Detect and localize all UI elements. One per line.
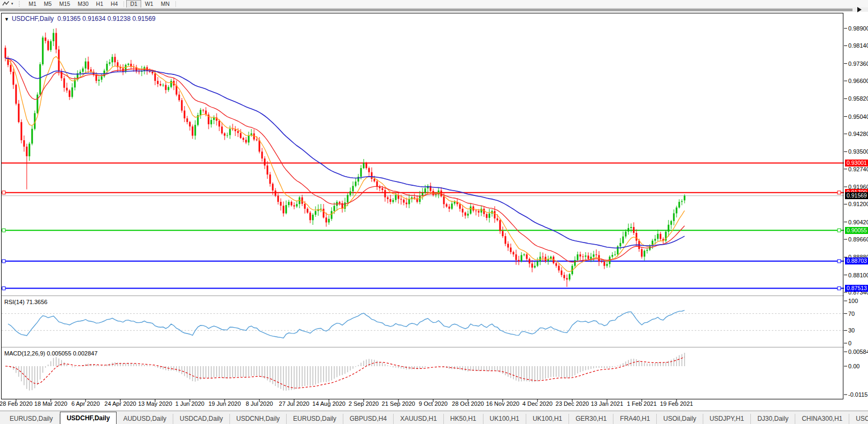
date-axis-label: 21 Sep 2020 [379,400,418,407]
price-axis-tick: 0.90420 [848,219,868,225]
date-axis-label: 13 Jan 2021 [588,400,626,407]
symbol-tab-china300-h1[interactable]: CHINA300,H1 [795,414,849,424]
price-axis-tick: 0.97360 [848,60,868,67]
rsi-indicator-label: RSI(14) 71.3656 [4,299,48,305]
price-axis-tick: 0.94280 [848,131,868,137]
tool-dropdown-arrow-icon[interactable]: ▾ [11,2,13,6]
price-axis-tick: 0.95040 [848,113,868,120]
date-axis-label: 28 Feb 2020 [0,400,35,407]
symbol-tab-gbpusd-h4[interactable]: GBPUSD,H4 [343,414,394,424]
chart-title: ▼USDCHF,Daily 0.91365 0.91634 0.91238 0.… [4,15,156,22]
symbol-tab-ger30-h1[interactable]: GER30,H1 [569,414,613,424]
timeframe-button-m1[interactable]: M1 [25,0,41,8]
mt4-terminal: { "toolbar": { "tool_icon": "cursor-draw… [0,0,868,424]
rsi-axis-tick: 0 [848,340,851,346]
symbol-tab-eurusd-daily[interactable]: EURUSD,Daily [287,414,343,424]
rsi-axis-tick: 70 [848,311,855,317]
timeframe-toolbar: ▾ M1M5M15M30H1H4D1W1MN [0,0,868,7]
current-price-tag: 0.91569 [845,192,868,199]
chart-canvas[interactable] [0,0,868,424]
symbol-tab-hk50-h1[interactable]: HK50,H1 [444,414,483,424]
symbol-tab-audusd-daily[interactable]: AUDUSD,Daily [117,414,173,424]
price-axis-tick: 0.96600 [848,78,868,84]
symbol-tab-fra40-h1[interactable]: FRA40,H1 [613,414,657,424]
date-axis-label: 27 Jul 2020 [275,400,313,407]
symbol-tab-uk100-h1[interactable]: UK100,H1 [526,414,569,424]
symbol-tab-eurusd-daily[interactable]: EURUSD,Daily [3,414,60,424]
symbol-tab-xauusd-h1[interactable]: XAUUSD,H1 [394,414,444,424]
hline-price-tag: 0.93001 [845,160,868,166]
timeframe-button-w1[interactable]: W1 [141,0,157,8]
toolbar-separator [124,1,124,7]
date-axis-label: 28 Oct 2020 [449,400,487,407]
scroll-to-end-icon[interactable] [857,7,862,12]
macd-indicator-label: MACD(12,26,9) 0.005055 0.002847 [4,350,97,357]
timeframe-button-d1[interactable]: D1 [126,0,141,8]
timeframe-button-h1[interactable]: H1 [93,0,107,8]
symbol-tab-usoil-[interactable]: USOil, [849,414,868,424]
price-axis-tick: 0.91200 [848,201,868,207]
symbol-tab-bar: EURUSD,DailyUSDCHF,DailyAUDUSD,DailyUSDC… [0,411,868,424]
macd-axis-tick: 0.005844 [848,349,868,355]
timeframe-button-m15[interactable]: M15 [56,0,74,8]
date-axis-label: 2 Sep 2020 [344,400,383,407]
toolbar-separator [175,1,176,7]
chart-hscroll-thumb[interactable] [0,9,852,11]
date-axis-label: 4 Dec 2020 [518,400,557,407]
date-axis-label: 8 Jul 2020 [240,400,279,407]
date-axis-label: 6 Apr 2020 [66,400,105,407]
symbol-tab-usoil-daily[interactable]: USOil,Daily [657,414,703,424]
date-axis-label: 14 Aug 2020 [310,400,348,407]
symbol-tab-uk100-h1[interactable]: UK100,H1 [483,414,526,424]
symbol-tab-usdcnh-daily[interactable]: USDCNH,Daily [230,414,287,424]
macd-axis-tick: -0.011516 [848,391,868,398]
collapse-triangle-icon[interactable]: ▼ [4,17,9,22]
price-axis-tick: 0.92740 [848,166,868,172]
date-axis-label: 19 Feb 2021 [657,400,696,407]
date-axis-label: 23 Dec 2020 [553,400,592,407]
rsi-axis-tick: 100 [848,298,858,304]
hline-price-tag: 0.87513 [845,285,868,292]
price-axis-tick: 0.98900 [848,25,868,32]
date-axis-label: 16 Nov 2020 [483,400,522,407]
rsi-axis-tick: 30 [848,327,855,334]
price-axis-tick: 0.93500 [848,148,868,155]
chart-hscrollbar[interactable] [0,7,868,12]
price-axis-tick: 0.89660 [848,236,868,243]
date-axis-label: 9 Oct 2020 [414,400,452,407]
macd-axis-tick: 0.00 [848,363,859,369]
symbol-tab-usdchf-daily[interactable]: USDCHF,Daily [60,412,117,424]
date-axis-label: 1 Feb 2021 [623,400,661,407]
price-axis-tick: 0.88100 [848,272,868,278]
chart-ohlc-readout: 0.91365 0.91634 0.91238 0.91569 [57,15,156,22]
chart-symbol-label: USDCHF,Daily [12,15,54,22]
timeframe-button-h4[interactable]: H4 [107,0,121,8]
date-axis-label: 13 May 2020 [136,400,174,407]
timeframe-button-m5[interactable]: M5 [40,0,56,8]
date-axis-label: 19 Jun 2020 [205,400,244,407]
symbol-tab-usdcad-daily[interactable]: USDCAD,Daily [173,414,230,424]
symbol-tab-usdjpy-h1[interactable]: USDJPY,H1 [703,414,751,424]
date-axis-label: 24 Apr 2020 [101,400,140,407]
symbol-tab-dj30-daily[interactable]: DJ30,Daily [751,414,795,424]
date-axis-label: 1 Jun 2020 [171,400,209,407]
timeframe-buttons: M1M5M15M30H1H4D1W1MN [25,0,178,8]
price-axis-tick: 0.98140 [848,42,868,49]
hline-price-tag: 0.90055 [845,227,868,234]
timeframe-button-mn[interactable]: MN [157,0,173,8]
toolbar-grip[interactable] [19,1,21,7]
date-axis-label: 18 Mar 2020 [32,400,70,407]
timeframe-button-m30[interactable]: M30 [74,0,92,8]
price-axis-tick: 0.95820 [848,95,868,102]
hline-price-tag: 0.88703 [845,258,868,264]
